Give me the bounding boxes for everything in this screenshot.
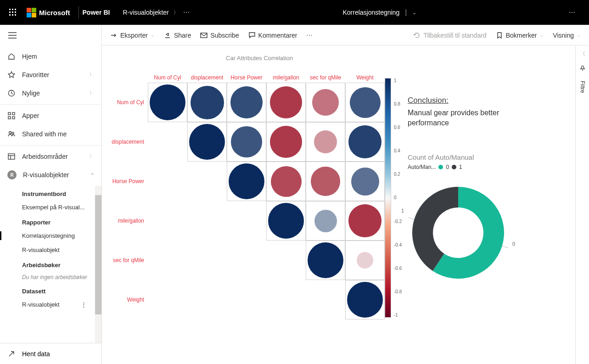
breadcrumb-more-icon[interactable]: ⋯ [183,9,191,16]
corr-circle [150,84,185,120]
chevron-right-icon: 〉 [174,9,179,16]
nav-home[interactable]: Hjem [0,47,101,66]
subscribe-button[interactable]: Subscribe [200,32,239,39]
tree-section-workbooks: Arbeidsbøker [0,257,101,271]
col-header: Weight [345,69,385,83]
corr-cell [306,241,345,280]
corr-cell [266,280,306,319]
corr-circle [308,242,343,278]
col-header: displacement [187,69,227,83]
corr-cell [187,122,227,162]
nav-get-data[interactable]: Hent data [0,343,101,364]
corr-cell [227,280,266,319]
svg-rect-22 [201,33,207,38]
col-header: Num of Cyl [148,69,187,83]
tree-item-example[interactable]: Eksempel på R-visual... [0,200,101,214]
app-name[interactable]: Power BI [83,9,110,16]
corr-circle [350,87,381,118]
corr-circle [351,168,379,196]
svg-rect-6 [9,14,11,16]
legend-dot-0 [438,165,443,169]
filters-label[interactable]: Filtre [579,81,586,93]
header-more-icon[interactable]: ⋯ [569,9,576,16]
corr-cell [227,241,266,280]
tree-item-rviz[interactable]: R-visualobjekt [0,243,101,257]
reset-button[interactable]: Tilbakestill til standard [413,32,486,39]
svg-rect-3 [9,11,11,13]
corr-circle [268,203,304,239]
nav-home-label: Hjem [22,53,37,60]
workspace-crumb[interactable]: R-visualobjekter [123,9,168,16]
col-header: Horse Power [227,69,266,83]
nav-recent-label: Nylige [22,90,40,97]
chevron-right-icon: 〉 [90,153,94,160]
pin-icon[interactable] [579,65,586,73]
tree-item-rviz2[interactable]: R-visualobjekt ⋮ [0,297,101,312]
view-label: Visning [553,32,574,39]
corr-cell [148,201,187,241]
chevron-down-icon: ⌄ [577,32,581,38]
nav-apps-label: Apper [22,112,39,119]
bookmarks-label: Bokmerker [506,32,537,39]
corr-circle [229,163,264,199]
nav-current-workspace[interactable]: R R-visualobjekter ⌃ [0,166,101,184]
legend-val-1: 1 [459,164,462,170]
chevron-up-icon: ⌃ [90,173,94,178]
corr-circle [189,124,225,160]
separator [79,6,79,19]
nav-apps[interactable]: Apper [0,106,101,125]
corr-cell [306,280,345,319]
chevron-right-icon: 〉 [90,72,94,78]
svg-rect-15 [8,117,11,119]
corr-cell [187,201,227,241]
donut-chart[interactable]: 0 1 [408,182,509,283]
corr-circle [271,166,302,197]
corr-cell [187,241,227,280]
right-panel: Conclusion: Manual gear provides better … [408,55,550,364]
more-vertical-icon[interactable]: ⋮ [81,301,87,308]
corr-cell [187,83,227,122]
sidebar: Hjem Favoritter 〉 Nylige 〉 Apper Shared … [0,25,102,364]
page-title[interactable]: Korrelasjonstegning [342,9,399,16]
chevron-left-icon[interactable]: 〈 [580,50,585,58]
svg-rect-1 [12,9,13,10]
chevron-down-icon: ⌄ [151,32,155,38]
corr-cell [266,83,306,122]
corr-cell [266,201,306,241]
tree-item-correlation[interactable]: Korrelasjonstegning [0,229,101,243]
share-button[interactable]: Share [164,32,191,39]
svg-rect-0 [9,9,11,10]
reset-label: Tilbakestill til standard [423,32,486,39]
content: Eksporter ⌄ Share Subscribe Kommentarer … [102,25,589,364]
donut-slice-label-0: 0 [512,241,515,246]
nav-workspaces[interactable]: Arbeidsområder 〉 [0,147,101,166]
nav-favorites[interactable]: Favoritter 〉 [0,66,101,84]
tree-item-rviz2-label: R-visualobjekt [22,301,60,308]
view-button[interactable]: Visning ⌄ [553,32,581,39]
corr-circle [230,86,263,118]
nav-shared[interactable]: Shared with me [0,125,101,143]
corr-cell [345,280,385,319]
nav-recent[interactable]: Nylige 〉 [0,84,101,102]
comments-button[interactable]: Kommentarer [248,32,297,39]
col-header: mile/gallon [266,69,306,83]
microsoft-logo[interactable]: Microsoft [22,8,75,17]
app-launcher-icon[interactable] [4,9,22,16]
bookmarks-button[interactable]: Bokmerker ⌄ [496,32,544,39]
corr-circle [357,252,374,269]
tree-empty-workbooks: Du har ingen arbeidsbøker [0,271,101,283]
clock-icon [7,89,16,97]
toolbar-more-icon[interactable]: ⋯ [306,32,314,39]
export-button[interactable]: Eksporter ⌄ [110,32,155,39]
people-icon [7,130,16,138]
conclusion-text: Manual gear provides better performance [408,108,541,129]
corr-cell [148,280,187,319]
corr-cell [266,162,306,201]
chevron-down-icon[interactable]: ⌄ [412,10,416,16]
svg-point-17 [9,132,11,134]
correlation-visual[interactable]: Car Attributes Correlation Num of Cyldis… [111,55,408,364]
workspace-tree: Instrumentbord Eksempel på R-visual... R… [0,186,101,343]
apps-icon [7,112,16,120]
nav-get-data-label: Hent data [22,350,50,358]
hamburger-icon[interactable] [0,25,101,45]
